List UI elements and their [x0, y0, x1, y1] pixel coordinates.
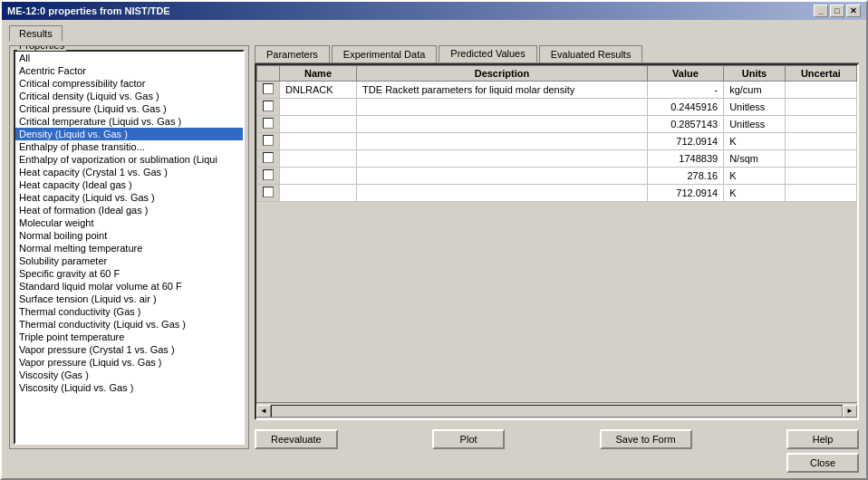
property-item-10[interactable]: Heat capacity (Ideal gas ): [15, 178, 243, 191]
property-item-24[interactable]: Vapor pressure (Liquid vs. Gas ): [15, 356, 243, 369]
tab-experimental-data[interactable]: Experimental Data: [332, 45, 438, 62]
scroll-right-button[interactable]: ►: [843, 405, 857, 418]
tab-predicted-values[interactable]: Predicted Values: [439, 45, 536, 62]
col-uncertainty: Uncertai: [785, 66, 856, 82]
property-item-17[interactable]: Specific gravity at 60 F: [15, 267, 243, 280]
row-name-5: [280, 168, 357, 185]
scroll-track[interactable]: [271, 405, 843, 418]
checkbox-icon-2: [263, 118, 274, 129]
tab-results[interactable]: Results: [9, 25, 63, 42]
properties-panel: Properties AllAcentric FactorCritical co…: [9, 45, 249, 449]
row-name-0: DNLRACK: [280, 82, 357, 99]
row-value-2: 0.2857143: [647, 116, 723, 133]
property-item-12[interactable]: Heat of formation (Ideal gas ): [15, 204, 243, 216]
main-layout: Properties AllAcentric FactorCritical co…: [9, 45, 859, 449]
row-units-5: K: [724, 168, 786, 185]
property-item-22[interactable]: Triple point temperature: [15, 331, 243, 343]
property-item-6[interactable]: Density (Liquid vs. Gas ): [15, 128, 243, 140]
row-checkbox-1[interactable]: [257, 99, 280, 116]
row-name-6: [280, 185, 357, 202]
tab-evaluated-results[interactable]: Evaluated Results: [539, 45, 643, 62]
close-button-bottom[interactable]: Close: [786, 453, 859, 473]
property-item-2[interactable]: Critical compressibility factor: [15, 77, 243, 90]
horizontal-scrollbar: ◄ ►: [256, 402, 857, 418]
row-uncertainty-1: [785, 99, 856, 116]
row-uncertainty-3: [785, 133, 856, 150]
save-to-form-button[interactable]: Save to Form: [600, 429, 692, 449]
row-description-0: TDE Rackett parameters for liquid molar …: [357, 82, 648, 99]
reevaluate-button[interactable]: Reevaluate: [255, 429, 338, 449]
property-item-5[interactable]: Critical temperature (Liquid vs. Gas ): [15, 115, 243, 128]
properties-label: Properties: [17, 45, 66, 51]
property-item-16[interactable]: Solubility parameter: [15, 254, 243, 267]
row-checkbox-3[interactable]: [257, 133, 280, 150]
properties-list[interactable]: AllAcentric FactorCritical compressibili…: [14, 50, 245, 445]
row-checkbox-4[interactable]: [257, 150, 280, 168]
row-checkbox-0[interactable]: [257, 82, 280, 99]
table-row-1: 0.2445916Unitless: [257, 99, 857, 116]
row-checkbox-6[interactable]: [257, 185, 280, 202]
row-description-3: [357, 133, 648, 150]
property-item-18[interactable]: Standard liquid molar volume at 60 F: [15, 280, 243, 293]
property-item-1[interactable]: Acentric Factor: [15, 64, 243, 77]
row-uncertainty-0: [785, 82, 856, 99]
plot-button[interactable]: Plot: [432, 429, 505, 449]
col-description: Description: [357, 66, 648, 82]
title-bar: ME-12:0 properties from NIST/TDE _ □ ✕: [2, 2, 866, 20]
row-description-2: [357, 116, 648, 133]
window-title: ME-12:0 properties from NIST/TDE: [7, 5, 170, 16]
action-buttons: Reevaluate Plot Save to Form Help: [255, 426, 859, 449]
property-item-26[interactable]: Viscosity (Liquid vs. Gas ): [15, 381, 243, 394]
checkbox-icon-6: [263, 187, 274, 197]
row-name-4: [280, 150, 357, 168]
property-item-7[interactable]: Enthalpy of phase transitio...: [15, 140, 243, 153]
table-row-6: 712.0914K: [257, 185, 857, 202]
property-item-13[interactable]: Molecular weight: [15, 216, 243, 229]
maximize-button[interactable]: □: [830, 5, 844, 17]
row-uncertainty-2: [785, 116, 856, 133]
property-item-8[interactable]: Enthalpy of vaporization or sublimation …: [15, 153, 243, 166]
help-button[interactable]: Help: [786, 429, 859, 449]
row-uncertainty-5: [785, 168, 856, 185]
row-checkbox-5[interactable]: [257, 168, 280, 185]
property-item-19[interactable]: Surface tension (Liquid vs. air ): [15, 293, 243, 305]
window-content: Results Properties AllAcentric FactorCri…: [2, 20, 866, 478]
main-window: ME-12:0 properties from NIST/TDE _ □ ✕ R…: [0, 0, 868, 480]
properties-groupbox: Properties AllAcentric FactorCritical co…: [9, 45, 249, 449]
row-value-0: -: [647, 82, 723, 99]
close-button[interactable]: ✕: [846, 5, 861, 17]
tab-parameters[interactable]: Parameters: [255, 45, 330, 62]
property-item-20[interactable]: Thermal conductivity (Gas ): [15, 305, 243, 318]
title-bar-controls: _ □ ✕: [814, 5, 861, 17]
minimize-button[interactable]: _: [814, 5, 828, 17]
row-checkbox-2[interactable]: [257, 116, 280, 133]
property-item-14[interactable]: Normal boiling point: [15, 229, 243, 242]
row-value-5: 278.16: [647, 168, 723, 185]
row-units-0: kg/cum: [724, 82, 786, 99]
col-check: [257, 66, 280, 82]
row-name-1: [280, 99, 357, 116]
results-tab-area: Results: [9, 25, 859, 42]
property-item-9[interactable]: Heat capacity (Crystal 1 vs. Gas ): [15, 166, 243, 178]
tab-strip: ParametersExperimental DataPredicted Val…: [255, 45, 859, 63]
row-value-4: 1748839: [647, 150, 723, 168]
table-row-0: DNLRACKTDE Rackett parameters for liquid…: [257, 82, 857, 99]
checkbox-icon-5: [263, 169, 274, 180]
row-uncertainty-6: [785, 185, 856, 202]
col-name: Name: [280, 66, 357, 82]
property-item-11[interactable]: Heat capacity (Liquid vs. Gas ): [15, 191, 243, 204]
row-uncertainty-4: [785, 150, 856, 168]
row-description-4: [357, 150, 648, 168]
checkbox-icon-3: [263, 135, 274, 146]
scroll-left-button[interactable]: ◄: [256, 405, 271, 418]
property-item-4[interactable]: Critical pressure (Liquid vs. Gas ): [15, 102, 243, 115]
property-item-21[interactable]: Thermal conductivity (Liquid vs. Gas ): [15, 318, 243, 331]
row-units-3: K: [724, 133, 786, 150]
property-item-3[interactable]: Critical density (Liquid vs. Gas ): [15, 90, 243, 102]
row-description-5: [357, 168, 648, 185]
property-item-15[interactable]: Normal melting temperature: [15, 242, 243, 254]
property-item-23[interactable]: Vapor pressure (Crystal 1 vs. Gas ): [15, 343, 243, 356]
checkbox-icon-0: [263, 83, 274, 94]
property-item-25[interactable]: Viscosity (Gas ): [15, 369, 243, 381]
property-item-0[interactable]: All: [15, 52, 243, 64]
